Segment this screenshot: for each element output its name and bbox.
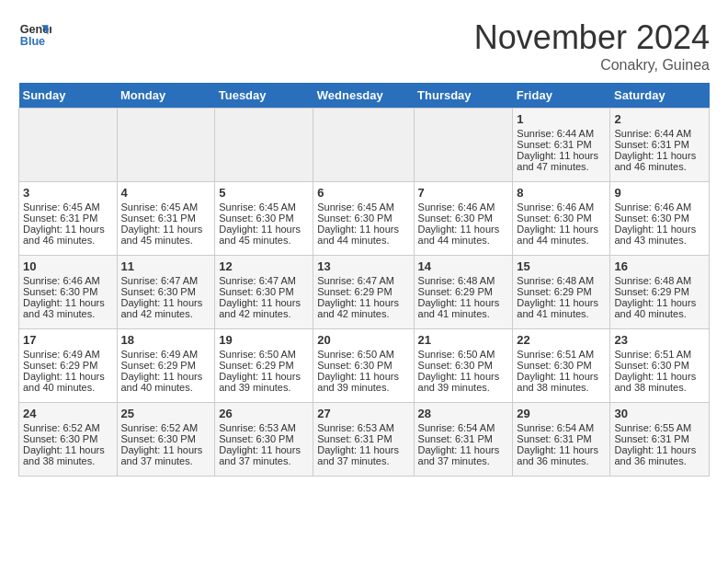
day-info: Sunset: 6:31 PM xyxy=(23,213,113,224)
svg-text:Blue: Blue xyxy=(20,35,45,48)
day-number: 3 xyxy=(23,186,113,200)
table-row: 17Sunrise: 6:49 AMSunset: 6:29 PMDayligh… xyxy=(19,329,118,403)
day-info: Sunrise: 6:46 AM xyxy=(418,201,509,213)
day-info: Sunrise: 6:53 AM xyxy=(317,422,409,433)
day-info: Sunrise: 6:45 AM xyxy=(317,201,409,213)
title-area: November 2024 Conakry, Guinea xyxy=(474,18,710,74)
table-row: 30Sunrise: 6:55 AMSunset: 6:31 PMDayligh… xyxy=(610,403,710,477)
day-info: Daylight: 11 hours and 42 minutes. xyxy=(121,297,211,319)
day-number: 19 xyxy=(219,333,309,347)
logo-icon: General Blue xyxy=(18,18,51,52)
day-info: Sunset: 6:31 PM xyxy=(614,433,705,444)
day-info: Sunset: 6:30 PM xyxy=(219,213,309,224)
day-info: Sunset: 6:30 PM xyxy=(517,360,606,371)
day-info: Sunset: 6:30 PM xyxy=(614,360,705,371)
day-number: 9 xyxy=(614,186,705,200)
table-row: 25Sunrise: 6:52 AMSunset: 6:30 PMDayligh… xyxy=(117,403,215,477)
day-info: Daylight: 11 hours and 42 minutes. xyxy=(317,297,409,319)
table-row: 10Sunrise: 6:46 AMSunset: 6:30 PMDayligh… xyxy=(19,256,118,329)
table-row: 26Sunrise: 6:53 AMSunset: 6:30 PMDayligh… xyxy=(215,403,313,477)
header-friday: Friday xyxy=(513,83,610,109)
table-row: 13Sunrise: 6:47 AMSunset: 6:29 PMDayligh… xyxy=(313,256,414,329)
day-number: 20 xyxy=(317,333,409,347)
day-number: 17 xyxy=(23,333,113,347)
header-sunday: Sunday xyxy=(19,83,118,109)
day-info: Sunrise: 6:52 AM xyxy=(23,422,113,433)
table-row xyxy=(215,109,313,182)
table-row: 3Sunrise: 6:45 AMSunset: 6:31 PMDaylight… xyxy=(19,182,118,256)
day-info: Sunset: 6:30 PM xyxy=(614,213,705,224)
day-info: Sunrise: 6:47 AM xyxy=(317,275,409,286)
day-info: Daylight: 11 hours and 42 minutes. xyxy=(219,297,309,319)
day-number: 25 xyxy=(121,407,211,420)
table-row: 22Sunrise: 6:51 AMSunset: 6:30 PMDayligh… xyxy=(513,329,610,403)
day-info: Sunset: 6:29 PM xyxy=(517,286,606,297)
day-info: Daylight: 11 hours and 41 minutes. xyxy=(517,297,606,319)
day-info: Sunset: 6:30 PM xyxy=(418,213,509,224)
day-number: 23 xyxy=(614,333,705,347)
day-number: 24 xyxy=(23,407,113,420)
day-info: Sunrise: 6:46 AM xyxy=(614,201,705,213)
day-number: 16 xyxy=(614,259,705,273)
day-info: Sunrise: 6:49 AM xyxy=(121,349,211,360)
day-info: Sunrise: 6:46 AM xyxy=(517,201,606,213)
calendar-body: 1Sunrise: 6:44 AMSunset: 6:31 PMDaylight… xyxy=(19,109,710,477)
table-row: 20Sunrise: 6:50 AMSunset: 6:30 PMDayligh… xyxy=(313,329,414,403)
day-info: Sunrise: 6:45 AM xyxy=(219,201,309,213)
day-info: Sunrise: 6:44 AM xyxy=(517,128,606,139)
day-info: Sunset: 6:30 PM xyxy=(121,433,211,444)
day-info: Sunset: 6:30 PM xyxy=(317,360,409,371)
day-number: 12 xyxy=(219,259,309,273)
month-title: November 2024 xyxy=(474,18,710,57)
day-info: Sunrise: 6:52 AM xyxy=(121,422,211,433)
table-row: 1Sunrise: 6:44 AMSunset: 6:31 PMDaylight… xyxy=(513,109,610,182)
day-info: Daylight: 11 hours and 40 minutes. xyxy=(23,371,113,393)
day-info: Sunset: 6:30 PM xyxy=(317,213,409,224)
table-row: 7Sunrise: 6:46 AMSunset: 6:30 PMDaylight… xyxy=(414,182,513,256)
day-info: Sunset: 6:30 PM xyxy=(219,433,309,444)
table-row: 29Sunrise: 6:54 AMSunset: 6:31 PMDayligh… xyxy=(513,403,610,477)
table-row: 16Sunrise: 6:48 AMSunset: 6:29 PMDayligh… xyxy=(610,256,710,329)
day-info: Daylight: 11 hours and 45 minutes. xyxy=(219,224,309,246)
table-row: 23Sunrise: 6:51 AMSunset: 6:30 PMDayligh… xyxy=(610,329,710,403)
day-info: Sunrise: 6:46 AM xyxy=(23,275,113,286)
day-info: Daylight: 11 hours and 37 minutes. xyxy=(418,444,509,466)
day-info: Daylight: 11 hours and 44 minutes. xyxy=(317,224,409,246)
day-info: Sunset: 6:29 PM xyxy=(219,360,309,371)
table-row xyxy=(313,109,414,182)
day-info: Sunset: 6:29 PM xyxy=(23,360,113,371)
day-number: 7 xyxy=(418,186,509,200)
day-info: Sunset: 6:30 PM xyxy=(418,360,509,371)
header-thursday: Thursday xyxy=(414,83,513,109)
day-info: Daylight: 11 hours and 41 minutes. xyxy=(418,297,509,319)
day-number: 5 xyxy=(219,186,309,200)
day-info: Daylight: 11 hours and 36 minutes. xyxy=(517,444,606,466)
table-row: 5Sunrise: 6:45 AMSunset: 6:30 PMDaylight… xyxy=(215,182,313,256)
day-info: Sunrise: 6:51 AM xyxy=(614,349,705,360)
day-number: 4 xyxy=(121,186,211,200)
day-info: Sunrise: 6:50 AM xyxy=(418,349,509,360)
day-info: Daylight: 11 hours and 44 minutes. xyxy=(517,224,606,246)
header-tuesday: Tuesday xyxy=(215,83,313,109)
day-number: 28 xyxy=(418,407,509,420)
table-row: 8Sunrise: 6:46 AMSunset: 6:30 PMDaylight… xyxy=(513,182,610,256)
day-number: 13 xyxy=(317,259,409,273)
table-row: 2Sunrise: 6:44 AMSunset: 6:31 PMDaylight… xyxy=(610,109,710,182)
day-info: Daylight: 11 hours and 40 minutes. xyxy=(121,371,211,393)
table-row: 27Sunrise: 6:53 AMSunset: 6:31 PMDayligh… xyxy=(313,403,414,477)
table-row: 14Sunrise: 6:48 AMSunset: 6:29 PMDayligh… xyxy=(414,256,513,329)
logo: General Blue xyxy=(18,18,51,52)
table-row: 15Sunrise: 6:48 AMSunset: 6:29 PMDayligh… xyxy=(513,256,610,329)
day-info: Daylight: 11 hours and 37 minutes. xyxy=(317,444,409,466)
day-info: Sunset: 6:31 PM xyxy=(517,433,606,444)
table-row: 28Sunrise: 6:54 AMSunset: 6:31 PMDayligh… xyxy=(414,403,513,477)
day-info: Sunrise: 6:47 AM xyxy=(219,275,309,286)
day-info: Daylight: 11 hours and 38 minutes. xyxy=(614,371,705,393)
day-number: 18 xyxy=(121,333,211,347)
day-info: Daylight: 11 hours and 39 minutes. xyxy=(219,371,309,393)
table-row: 18Sunrise: 6:49 AMSunset: 6:29 PMDayligh… xyxy=(117,329,215,403)
day-info: Sunrise: 6:50 AM xyxy=(317,349,409,360)
day-number: 10 xyxy=(23,259,113,273)
header-saturday: Saturday xyxy=(610,83,710,109)
table-row: 4Sunrise: 6:45 AMSunset: 6:31 PMDaylight… xyxy=(117,182,215,256)
